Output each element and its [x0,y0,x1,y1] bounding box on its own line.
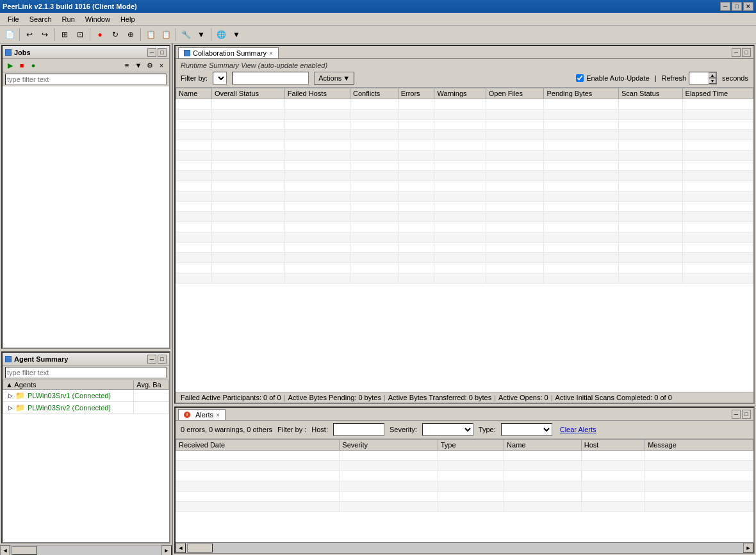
left-scroll-right-btn[interactable]: ► [161,545,172,556]
col-resize-1[interactable] [282,88,284,99]
col-type[interactable]: Type [438,440,504,451]
refresh-value[interactable]: 10 [689,74,709,82]
toolbar-btn-8[interactable]: ⊕ [124,28,138,42]
toolbar-btn-7[interactable]: ↻ [108,28,122,42]
col-overall-status[interactable]: Overall Status [211,88,284,99]
collab-tab[interactable]: Collaboration Summary × [178,47,279,58]
toolbar-btn-4[interactable]: ⊞ [58,28,72,42]
spinner-buttons[interactable]: ▲ ▼ [709,72,716,84]
alerts-maximize-btn[interactable]: □ [742,410,751,419]
table-row [176,150,753,161]
col-received-date[interactable]: Received Date [176,440,340,451]
collab-minimize-btn[interactable]: ─ [732,48,741,57]
col-resize-3[interactable] [395,88,398,99]
minimize-button[interactable]: ─ [720,2,730,11]
toolbar-btn-1[interactable]: 📄 [3,28,17,42]
toolbar-btn-10[interactable]: 📋 [159,28,173,42]
col-pending-bytes[interactable]: Pending Bytes [544,88,619,99]
toolbar-btn-14[interactable]: ▼ [229,28,243,42]
actions-button[interactable]: Actions ▼ [314,72,354,84]
col-open-files[interactable]: Open Files [486,88,544,99]
agent-panel-controls[interactable]: ─ □ [147,355,167,364]
col-host[interactable]: Host [581,440,645,451]
col-resize-8[interactable] [680,88,682,99]
agent-minimize-button[interactable]: ─ [147,355,156,364]
col-failed-hosts[interactable]: Failed Hosts [284,88,350,99]
left-scroll-track[interactable] [10,545,161,556]
alerts-host-input[interactable] [333,423,384,436]
jobs-play-btn[interactable]: ▶ [5,60,15,70]
toolbar-btn-9[interactable]: 📋 [144,28,158,42]
alerts-tab-close-icon[interactable]: × [216,412,220,419]
jobs-filter-btn[interactable]: ▼ [133,60,144,70]
collab-tab-close-icon[interactable]: × [269,50,273,57]
col-name[interactable]: Name [176,88,212,99]
alerts-tab[interactable]: ! Alerts × [178,409,226,420]
spinner-up-btn[interactable]: ▲ [709,72,716,78]
toolbar-btn-11[interactable]: 🔧 [179,28,193,42]
title-bar-controls[interactable]: ─ □ ✕ [720,2,753,11]
jobs-filter-input[interactable] [5,74,167,85]
menu-help[interactable]: Help [115,14,140,24]
menu-search[interactable]: Search [24,14,57,24]
jobs-stop-btn[interactable]: ■ [17,60,27,70]
col-resize-0[interactable] [209,88,211,99]
close-button[interactable]: ✕ [743,2,753,11]
jobs-minimize-button[interactable]: ─ [147,48,156,57]
col-severity[interactable]: Severity [340,440,438,451]
maximize-button[interactable]: □ [732,2,742,11]
alerts-type-select[interactable] [501,423,552,436]
col-resize-4[interactable] [431,88,434,99]
alerts-severity-select[interactable] [422,423,473,436]
toolbar-btn-13[interactable]: 🌐 [214,28,228,42]
col-resize-5[interactable] [483,88,486,99]
left-scroll-thumb[interactable] [12,546,37,555]
col-errors[interactable]: Errors [398,88,434,99]
toolbar-btn-5[interactable]: ⊡ [73,28,87,42]
expand-icon-2[interactable]: ▷ [8,405,13,411]
menu-file[interactable]: File [3,14,24,24]
col-scan-status[interactable]: Scan Status [618,88,682,99]
collab-maximize-btn[interactable]: □ [742,48,751,57]
toolbar-btn-6[interactable]: ● [93,28,107,42]
jobs-maximize-button[interactable]: □ [158,48,167,57]
expand-icon[interactable]: ▷ [8,392,13,399]
left-scroll-left-btn[interactable]: ◄ [0,545,10,556]
filter-select[interactable] [213,72,227,84]
col-message[interactable]: Message [645,440,753,451]
scroll-right-btn[interactable]: ► [743,543,753,553]
col-resize-7[interactable] [616,88,618,99]
jobs-menu-btn[interactable]: ≡ [122,60,132,70]
col-elapsed-time[interactable]: Elapsed Time [682,88,753,99]
col-alert-name[interactable]: Name [504,440,582,451]
jobs-rec-btn[interactable]: ● [28,60,38,70]
toolbar-btn-2[interactable]: ↩ [22,28,37,42]
col-resize-9[interactable] [750,88,753,99]
toolbar-btn-3[interactable]: ↪ [38,28,52,42]
filter-text-input[interactable] [232,72,309,84]
col-warnings[interactable]: Warnings [434,88,486,99]
jobs-settings-btn[interactable]: ⚙ [145,60,155,70]
refresh-spinner[interactable]: 10 ▲ ▼ [689,72,717,84]
clear-alerts-button[interactable]: Clear Alerts [560,426,596,433]
col-resize-2[interactable] [347,88,350,99]
toolbar-btn-12[interactable]: ▼ [194,28,208,42]
agent-maximize-button[interactable]: □ [158,355,167,364]
agent-filter-input[interactable] [5,367,167,378]
main-layout: Jobs ─ □ ▶ ■ ● ≡ ▼ ⚙ × [0,44,756,555]
menu-window[interactable]: Window [80,14,115,24]
alerts-minimize-btn[interactable]: ─ [732,410,741,419]
spinner-down-btn[interactable]: ▼ [709,78,716,84]
table-row [176,471,753,481]
jobs-panel-controls[interactable]: ─ □ [147,48,167,57]
auto-update-checkbox[interactable] [576,74,584,82]
menu-run[interactable]: Run [57,14,80,24]
col-resize-6[interactable] [541,88,543,99]
scroll-left-btn[interactable]: ◄ [176,543,186,553]
scroll-track[interactable] [186,543,743,553]
col-conflicts[interactable]: Conflicts [350,88,399,99]
table-row [176,502,753,512]
jobs-close-panel-btn[interactable]: × [156,60,167,70]
scroll-thumb[interactable] [187,543,213,552]
folder-icon-2: 📁 [15,403,25,412]
